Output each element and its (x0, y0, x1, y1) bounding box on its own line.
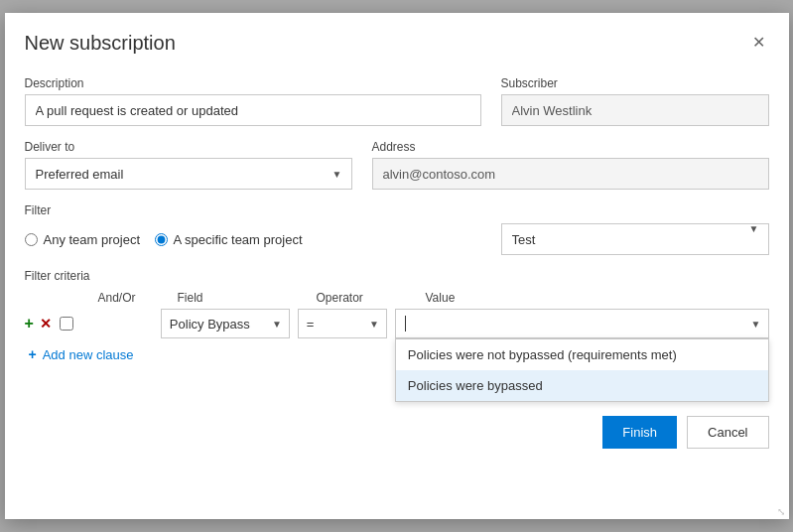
finish-button[interactable]: Finish (602, 416, 677, 449)
modal-footer: Finish Cancel (5, 400, 789, 465)
any-project-label: Any team project (44, 232, 141, 247)
col-header-andor: And/Or (98, 291, 178, 305)
modal-body: Description Subscriber Deliver to Prefer… (5, 66, 789, 396)
operator-select[interactable]: = (298, 309, 387, 338)
value-dropdown: Policies were not bypassed (requirements… (395, 338, 769, 402)
specific-project-label: A specific team project (174, 232, 303, 247)
project-select-wrapper: Test Project Alpha Project Beta ▼ (501, 223, 769, 255)
description-subscriber-row: Description Subscriber (25, 76, 769, 126)
col-header-field: Field (178, 291, 317, 305)
filter-section: Filter Any team project A specific team … (25, 203, 769, 255)
modal-header: New subscription ✕ (5, 13, 789, 66)
specific-project-radio[interactable] (155, 233, 168, 246)
deliver-to-group: Deliver to Preferred email Custom email … (25, 140, 352, 190)
filter-radio-row: Any team project A specific team project… (25, 223, 769, 255)
delete-row-icon[interactable]: ✕ (40, 316, 52, 332)
address-label: Address (372, 140, 769, 154)
resize-handle-icon: ⤡ (777, 506, 785, 517)
criteria-row-1: + ✕ Policy Bypass ▼ (25, 309, 769, 338)
add-clause-plus-icon: + (29, 346, 37, 362)
any-team-project-option[interactable]: Any team project (25, 232, 141, 247)
criteria-row-checkbox[interactable] (60, 317, 73, 331)
deliver-to-label: Deliver to (25, 140, 352, 154)
dropdown-option-1[interactable]: Policies were not bypassed (requirements… (396, 339, 768, 370)
criteria-header-row: And/Or Field Operator Value (25, 291, 769, 305)
subscriber-input (501, 94, 769, 126)
subscriber-label: Subscriber (501, 76, 769, 90)
address-input (372, 158, 769, 190)
filter-criteria-section: Filter criteria And/Or Field Operator Va… (25, 269, 769, 362)
modal-overlay: New subscription ✕ Description Subscribe… (0, 0, 793, 532)
action-icons: + ✕ (25, 315, 52, 332)
address-group: Address (372, 140, 769, 190)
cancel-button[interactable]: Cancel (687, 416, 768, 449)
col-header-operator: Operator (317, 291, 426, 305)
project-select[interactable]: Test Project Alpha Project Beta (501, 223, 769, 255)
operator-select-wrapper: = ▼ (298, 309, 387, 338)
modal-dialog: New subscription ✕ Description Subscribe… (5, 13, 789, 519)
field-select[interactable]: Policy Bypass (161, 309, 290, 338)
any-project-radio[interactable] (25, 233, 38, 246)
col-header-value: Value (426, 291, 769, 305)
description-label: Description (25, 76, 481, 90)
subscriber-group: Subscriber (501, 76, 769, 126)
specific-team-project-option[interactable]: A specific team project (155, 232, 303, 247)
modal-title: New subscription (25, 32, 176, 55)
description-group: Description (25, 76, 481, 126)
value-cursor (405, 316, 406, 332)
deliver-to-select[interactable]: Preferred email Custom email (25, 158, 352, 190)
add-clause-label: Add new clause (43, 347, 134, 362)
close-button[interactable]: ✕ (748, 31, 769, 55)
value-wrapper: ▼ Policies were not bypassed (requiremen… (395, 309, 769, 338)
filter-label: Filter (25, 203, 769, 217)
value-input-display[interactable] (395, 309, 769, 338)
filter-criteria-label: Filter criteria (25, 269, 769, 283)
deliver-address-row: Deliver to Preferred email Custom email … (25, 140, 769, 190)
add-row-icon[interactable]: + (25, 315, 34, 332)
dropdown-option-2[interactable]: Policies were bypassed (396, 370, 768, 401)
field-select-wrapper: Policy Bypass ▼ (161, 309, 290, 338)
deliver-to-select-wrapper: Preferred email Custom email ▼ (25, 158, 352, 190)
description-input[interactable] (25, 94, 481, 126)
